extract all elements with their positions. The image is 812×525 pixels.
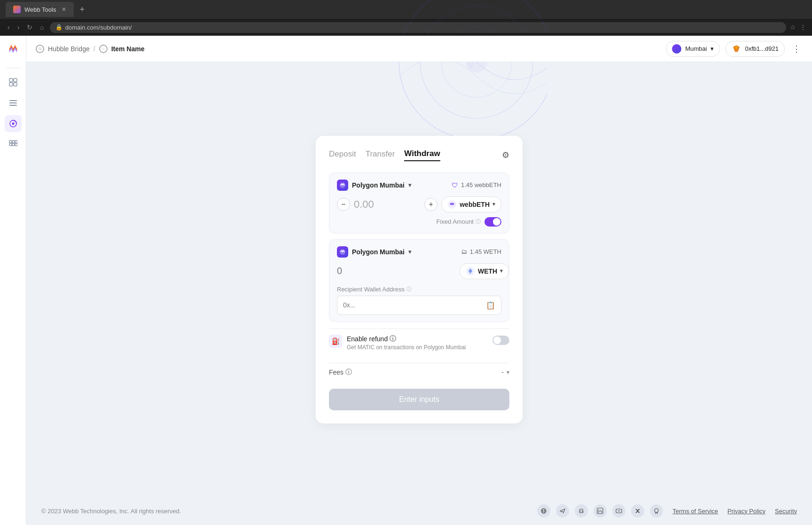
source-chain-icon <box>337 180 348 191</box>
breadcrumb-current-label: Item Name <box>111 45 145 53</box>
fees-label: Fees ⓘ <box>329 368 352 376</box>
shield-icon: 🛡 <box>452 181 458 189</box>
tab-title: Webb Tools <box>24 6 56 13</box>
refund-toggle[interactable] <box>492 336 509 345</box>
web-social-icon[interactable] <box>537 504 550 517</box>
bookmark-icon[interactable]: ☆ <box>790 24 796 31</box>
destination-header: Polygon Mumbai ▾ 🗂 1.45 WETH <box>337 246 501 258</box>
enter-inputs-button[interactable]: Enter inputs <box>329 389 509 410</box>
discord-social-icon[interactable] <box>575 504 588 517</box>
card-tabs: Deposit Transfer Withdraw ⚙ <box>329 149 509 161</box>
amount-plus-btn[interactable]: + <box>424 198 437 211</box>
svg-point-35 <box>599 509 599 510</box>
svg-rect-15 <box>9 141 12 143</box>
destination-chain-select[interactable]: Polygon Mumbai ▾ <box>337 246 411 258</box>
fees-chevron-icon[interactable]: ▾ <box>507 369 509 376</box>
source-token-select[interactable]: webbETH ▾ <box>441 196 501 212</box>
nav-refresh-btn[interactable]: ↻ <box>25 22 34 33</box>
sidebar-item-apps[interactable] <box>5 136 22 153</box>
source-amount-input[interactable] <box>354 198 421 211</box>
nav-forward-btn[interactable]: › <box>16 22 22 33</box>
recipient-label: Recipient Wallet Address ⓘ <box>337 286 501 293</box>
privacy-policy-link[interactable]: Privacy Policy <box>727 508 765 515</box>
svg-rect-6 <box>9 78 13 82</box>
browser-nav: ‹ › ↻ ⌂ 🔒 domain.com/subdomain/ ☆ ⋮ <box>0 19 812 36</box>
refund-content: Enable refund ⓘ Get MATIC on transaction… <box>347 335 488 351</box>
svg-rect-16 <box>12 141 15 143</box>
fixed-amount-info-icon: ⓘ <box>476 218 481 225</box>
sidebar-item-list[interactable] <box>5 94 22 111</box>
destination-token-name: WETH <box>478 267 497 275</box>
network-selector[interactable]: Mumbai ▾ <box>666 41 720 57</box>
address-input-row: 📋 <box>337 296 501 315</box>
amount-minus-btn[interactable]: − <box>337 198 350 211</box>
wallet-address: 0xfb1...d921 <box>745 45 779 52</box>
header-right: Mumbai ▾ 0xfb1...d921 ⋮ <box>666 41 803 57</box>
destination-amount-row: WETH ▾ <box>337 263 501 279</box>
destination-token-select[interactable]: WETH ▾ <box>460 263 509 279</box>
header-more-button[interactable]: ⋮ <box>790 42 803 56</box>
terms-of-service-link[interactable]: Terms of Service <box>672 508 718 515</box>
sidebar-divider-top <box>6 68 21 68</box>
source-token-chevron-icon: ▾ <box>492 201 495 207</box>
breadcrumb-current-icon: ○ <box>99 45 108 53</box>
svg-rect-10 <box>9 100 17 101</box>
tab-transfer[interactable]: Transfer <box>366 149 395 161</box>
sidebar-item-circle[interactable] <box>5 115 22 132</box>
svg-rect-12 <box>9 105 17 106</box>
footer-right: Terms of Service Privacy Policy Security <box>537 504 797 517</box>
paste-button[interactable]: 📋 <box>486 301 495 310</box>
nav-actions: ☆ ⋮ <box>790 24 806 31</box>
fees-value: - ▾ <box>501 368 509 376</box>
github-social-icon[interactable] <box>650 504 663 517</box>
enable-refund-row: ⛽ Enable refund ⓘ Get MATIC on transacti… <box>329 329 509 356</box>
footer-links: Terms of Service Privacy Policy Security <box>672 508 797 515</box>
linkedin-social-icon[interactable] <box>593 504 607 517</box>
breadcrumb-parent-icon: ◎ <box>36 45 44 53</box>
destination-chain-name: Polygon Mumbai <box>352 248 405 256</box>
nav-back-btn[interactable]: ‹ <box>6 22 12 33</box>
twitter-social-icon[interactable] <box>631 504 644 517</box>
wallet-button[interactable]: 0xfb1...d921 <box>726 41 785 57</box>
svg-rect-17 <box>15 141 17 143</box>
source-section: Polygon Mumbai ▾ 🛡 1.45 webbETH − + <box>329 172 509 234</box>
destination-amount-input[interactable] <box>337 266 456 276</box>
tab-close-btn[interactable]: ✕ <box>62 6 66 13</box>
youtube-social-icon[interactable] <box>612 504 625 517</box>
tab-withdraw[interactable]: Withdraw <box>404 149 440 161</box>
app-container: g <box>0 36 812 525</box>
recipient-address-input[interactable] <box>343 301 482 309</box>
webb-eth-icon <box>447 200 457 209</box>
nav-home-btn[interactable]: ⌂ <box>38 22 46 33</box>
source-balance-amount: 1.45 webbETH <box>461 181 501 188</box>
settings-icon[interactable]: ⚙ <box>502 150 509 160</box>
nav-more-icon[interactable]: ⋮ <box>800 24 806 31</box>
svg-rect-9 <box>14 83 17 86</box>
security-link[interactable]: Security <box>775 508 797 515</box>
source-chain-name: Polygon Mumbai <box>352 181 405 189</box>
address-bar[interactable]: 🔒 domain.com/subdomain/ <box>50 22 786 33</box>
breadcrumb-parent-label[interactable]: Hubble Bridge <box>48 45 90 53</box>
refund-icon: ⛽ <box>329 335 342 348</box>
refund-info-icon: ⓘ <box>390 335 396 343</box>
app-header: ◎ Hubble Bridge / ○ Item Name Mumbai ▾ 0… <box>26 36 812 62</box>
network-label: Mumbai <box>685 45 707 52</box>
destination-section: Polygon Mumbai ▾ 🗂 1.45 WETH <box>329 239 509 322</box>
telegram-social-icon[interactable] <box>556 504 569 517</box>
url-text: domain.com/subdomain/ <box>65 24 132 31</box>
sidebar <box>0 36 26 525</box>
new-tab-btn[interactable]: + <box>79 5 85 15</box>
destination-chain-icon <box>337 246 348 258</box>
fixed-amount-toggle[interactable] <box>484 217 501 227</box>
svg-point-31 <box>580 511 581 512</box>
tab-deposit[interactable]: Deposit <box>329 149 356 161</box>
weth-icon <box>466 266 475 276</box>
browser-chrome: Webb Tools ✕ + <box>0 0 812 19</box>
svg-point-32 <box>582 511 583 512</box>
sidebar-logo[interactable] <box>5 41 22 58</box>
footer-copyright: © 2023 Webb Technologies, Inc. All right… <box>41 508 181 515</box>
browser-tab[interactable]: Webb Tools ✕ <box>6 2 74 17</box>
sidebar-item-grid[interactable] <box>5 74 22 91</box>
svg-rect-11 <box>9 102 17 103</box>
source-chain-select[interactable]: Polygon Mumbai ▾ <box>337 180 411 191</box>
